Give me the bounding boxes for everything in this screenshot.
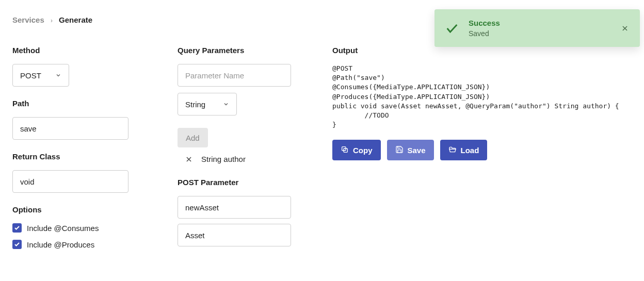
load-label: Load [461,146,479,155]
output-label: Output [332,46,632,55]
save-label: Save [408,146,426,155]
param-name-input[interactable] [178,64,291,87]
method-label: Method [12,46,147,55]
folder-open-icon [448,145,457,155]
checkbox-checked-icon [12,240,22,249]
chevron-down-icon [55,72,61,78]
toast-body: Saved [469,29,611,38]
post-param-name-input[interactable] [178,196,291,219]
query-parameters-label: Query Parameters [178,46,301,55]
method-value: POST [20,71,41,80]
param-type-select[interactable]: String [178,93,237,115]
post-param-type-input[interactable] [178,224,291,246]
path-input[interactable] [12,117,128,140]
breadcrumb-root[interactable]: Services [12,15,44,24]
load-button[interactable]: Load [440,140,488,160]
include-consumes-checkbox[interactable]: Include @Consumes [12,223,147,233]
return-class-label: Return Class [12,152,147,161]
post-parameter-label: POST Parameter [178,178,301,187]
chevron-down-icon [223,101,229,107]
copy-button[interactable]: Copy [332,140,381,160]
options-label: Options [12,205,147,214]
include-produces-label: Include @Produces [27,240,94,249]
add-button[interactable]: Add [178,128,208,147]
toast-close-button[interactable] [620,24,630,33]
chevron-right-icon: › [51,17,53,24]
remove-param-button[interactable] [185,155,193,163]
param-row: String author [178,155,301,163]
include-consumes-label: Include @Consumes [27,224,99,233]
success-toast: Success Saved [434,9,640,47]
copy-label: Copy [353,146,373,155]
save-button[interactable]: Save [387,140,434,160]
include-produces-checkbox[interactable]: Include @Produces [12,240,147,249]
param-display: String author [201,155,246,163]
method-select[interactable]: POST [12,64,69,87]
path-label: Path [12,99,147,108]
return-class-input[interactable] [12,170,128,193]
check-icon [445,21,459,36]
breadcrumb-current: Generate [59,15,92,24]
copy-icon [341,145,349,155]
toast-title: Success [469,19,611,27]
save-icon [395,145,404,155]
checkbox-checked-icon [12,223,22,233]
param-type-value: String [185,100,205,109]
output-code: @POST @Path("save") @Consumes({MediaType… [332,64,632,129]
